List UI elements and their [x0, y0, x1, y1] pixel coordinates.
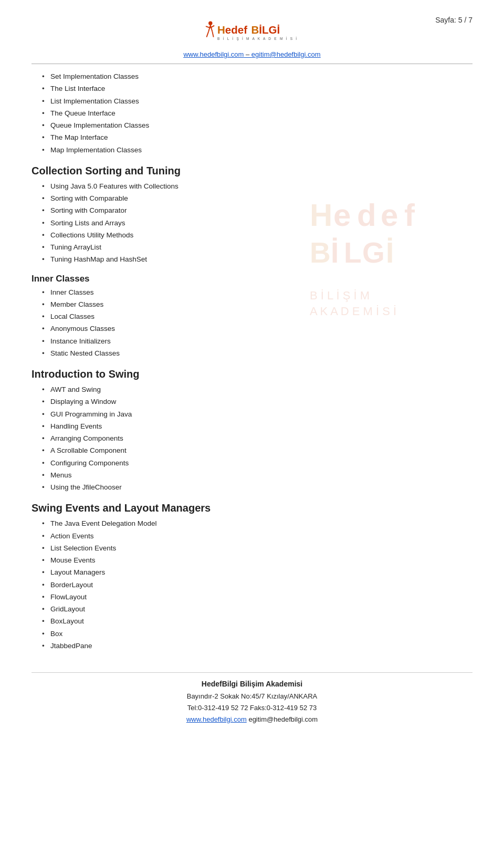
list-item: Sorting with Comparator: [42, 205, 472, 216]
list-item: The Map Interface: [42, 132, 472, 143]
svg-text:BİLGİ: BİLGİ: [251, 24, 280, 36]
section-collection-heading: Collection Sorting and Tuning: [32, 165, 472, 177]
list-item: Instance Initializers: [42, 336, 472, 347]
inner-bullet-list: Inner ClassesMember ClassesLocal Classes…: [32, 287, 472, 359]
company-logo: Hedef BİLGİ B İ L İ Ş İ M A K A D E M İ …: [194, 16, 310, 47]
list-item: Tuning ArrayList: [42, 242, 472, 253]
page-header: Hedef BİLGİ B İ L İ Ş İ M A K A D E M İ …: [32, 11, 472, 58]
list-item: Action Events: [42, 531, 472, 542]
footer-email-link[interactable]: egitim@hedefbilgi.com: [248, 715, 318, 723]
email-link[interactable]: egitim@hedefbilgi.com: [251, 50, 321, 58]
list-item: A Scrollable Component: [42, 445, 472, 456]
logo-area: Hedef BİLGİ B İ L İ Ş İ M A K A D E M İ …: [32, 16, 472, 47]
page-number: Sayfa: 5 / 7: [435, 16, 472, 24]
list-item: Sorting Lists and Arrays: [42, 218, 472, 228]
list-item: The Java Event Delegation Model: [42, 518, 472, 529]
svg-text:B İ L İ Ş İ M  A K A D E M İ S: B İ L İ Ş İ M A K A D E M İ S İ: [217, 36, 298, 41]
svg-line-14: [211, 25, 213, 32]
list-item: Set Implementation Classes: [42, 71, 472, 82]
list-item: Displaying a Window: [42, 397, 472, 407]
list-item: Map Implementation Classes: [42, 145, 472, 155]
footer-links: www.hedefbilgi.com egitim@hedefbilgi.com: [32, 714, 472, 725]
svg-line-13: [208, 25, 211, 32]
list-item: Arranging Components: [42, 433, 472, 444]
header-divider: [32, 64, 472, 64]
list-item: List Selection Events: [42, 543, 472, 554]
swing-bullet-list: AWT and SwingDisplaying a WindowGUI Prog…: [32, 384, 472, 493]
svg-text:Hedef: Hedef: [217, 24, 247, 36]
list-item: Menus: [42, 470, 472, 481]
footer-website-link[interactable]: www.hedefbilgi.com: [186, 715, 247, 723]
list-item: BorderLayout: [42, 580, 472, 590]
list-item: The List Interface: [42, 84, 472, 94]
header-links: www.hedefbilgi.com – egitim@hedefbilgi.c…: [32, 50, 472, 58]
list-item: Static Nested Classes: [42, 348, 472, 359]
list-item: Inner Classes: [42, 287, 472, 298]
list-item: FlowLayout: [42, 592, 472, 602]
list-item: Box: [42, 629, 472, 639]
section-swing-heading: Introduction to Swing: [32, 368, 472, 380]
list-item: The Queue Interface: [42, 108, 472, 119]
section-events-heading: Swing Events and Layout Managers: [32, 502, 472, 514]
list-item: Using the JfileChooser: [42, 482, 472, 493]
list-item: Collections Utility Methods: [42, 230, 472, 241]
footer-address: Bayındır-2 Sokak No:45/7 Kızılay/ANKARA: [32, 691, 472, 702]
list-item: Queue Implementation Classes: [42, 120, 472, 131]
section-inner-heading: Inner Classes: [32, 274, 472, 284]
list-item: Using Java 5.0 Features with Collections: [42, 181, 472, 192]
events-bullet-list: The Java Event Delegation ModelAction Ev…: [32, 518, 472, 651]
svg-line-16: [212, 32, 213, 37]
list-item: Anonymous Classes: [42, 324, 472, 334]
website-link[interactable]: www.hedefbilgi.com: [183, 50, 244, 58]
content-area: Set Implementation ClassesThe List Inter…: [32, 71, 472, 651]
svg-line-15: [206, 32, 208, 37]
list-item: Tuning HashMap and HashSet: [42, 254, 472, 265]
page-footer: HedefBilgi Bilişim Akademisi Bayındır-2 …: [32, 672, 472, 725]
footer-company: HedefBilgi Bilişim Akademisi: [32, 678, 472, 691]
list-item: GUI Programming in Java: [42, 409, 472, 420]
list-item: GridLayout: [42, 604, 472, 615]
list-item: Mouse Events: [42, 555, 472, 566]
list-item: AWT and Swing: [42, 384, 472, 395]
list-item: Local Classes: [42, 311, 472, 322]
list-item: Layout Managers: [42, 567, 472, 578]
list-item: JtabbedPane: [42, 641, 472, 651]
footer-phone-fax: Tel:0-312-419 52 72 Faks:0-312-419 52 73: [32, 702, 472, 714]
list-item: Configuring Components: [42, 458, 472, 469]
svg-point-12: [208, 22, 212, 25]
collection-bullet-list: Using Java 5.0 Features with Collections…: [32, 181, 472, 265]
list-item: Sorting with Comparable: [42, 193, 472, 204]
list-item: BoxLayout: [42, 616, 472, 627]
list-item: Member Classes: [42, 299, 472, 310]
list-item: Handling Events: [42, 421, 472, 432]
list-item: List Implementation Classes: [42, 96, 472, 107]
separator: –: [244, 50, 251, 58]
top-bullet-list: Set Implementation ClassesThe List Inter…: [32, 71, 472, 155]
